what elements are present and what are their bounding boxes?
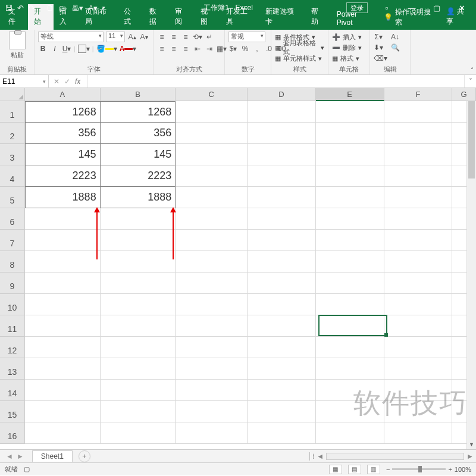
font-color-button[interactable]: A▾	[120, 44, 137, 54]
vertical-scrollbar[interactable]: ▲ ▼	[466, 101, 476, 449]
tab-data[interactable]: 数据	[143, 4, 169, 30]
macro-record-icon[interactable]: ▢	[24, 465, 30, 473]
add-sheet-button[interactable]: +	[79, 450, 90, 462]
cell-A13[interactable]	[25, 358, 101, 380]
cell-B9[interactable]	[101, 273, 176, 294]
zoom-level[interactable]: 100%	[455, 466, 471, 473]
row-header-9[interactable]: 9	[0, 273, 25, 294]
cell-D13[interactable]	[248, 358, 316, 380]
cell-D11[interactable]	[248, 315, 316, 337]
cell-E5[interactable]	[316, 187, 384, 208]
cell-A8[interactable]	[25, 251, 101, 273]
share-button[interactable]: 👤 共享	[440, 4, 476, 30]
cell-B14[interactable]	[101, 380, 176, 401]
expand-fx-icon[interactable]: ˅	[464, 75, 476, 87]
collapse-ribbon-icon[interactable]: ˄	[471, 67, 474, 73]
cell-E3[interactable]	[316, 144, 384, 165]
format-cells-button[interactable]: ▦ 格式▾	[332, 53, 366, 64]
cell-F13[interactable]	[384, 358, 453, 380]
cell-E1[interactable]	[316, 101, 384, 123]
align-top-icon[interactable]: ≡	[157, 32, 167, 42]
print-icon[interactable]: 🖶▾	[71, 4, 83, 12]
row-header-12[interactable]: 12	[0, 337, 25, 358]
row-header-4[interactable]: 4	[0, 165, 25, 187]
column-header-C[interactable]: C	[176, 88, 248, 101]
cell-C13[interactable]	[176, 358, 248, 380]
row-header-1[interactable]: 1	[0, 101, 25, 123]
cell-A4[interactable]: 2223	[25, 165, 101, 187]
bold-button[interactable]: B	[38, 44, 48, 54]
cell-B11[interactable]	[101, 315, 176, 337]
cell-F4[interactable]	[384, 165, 453, 187]
number-format-combo[interactable]: 常规	[228, 32, 265, 42]
cell-A16[interactable]	[25, 422, 101, 444]
cell-A11[interactable]	[25, 315, 101, 337]
cell-F10[interactable]	[384, 294, 453, 315]
cell-F11[interactable]	[384, 315, 453, 337]
cell-F3[interactable]	[384, 144, 453, 165]
find-icon[interactable]: 🔍	[390, 43, 400, 52]
column-header-B[interactable]: B	[101, 88, 176, 101]
tab-view[interactable]: 视图	[195, 4, 220, 30]
italic-button[interactable]: I	[50, 44, 60, 54]
view-normal-icon[interactable]: ▦	[329, 465, 342, 474]
cell-C3[interactable]	[176, 144, 248, 165]
font-picker-icon[interactable]: A▾	[88, 4, 98, 12]
underline-button[interactable]: U▾	[62, 44, 71, 54]
cell-A14[interactable]	[25, 380, 101, 401]
cell-E2[interactable]	[316, 123, 384, 144]
cell-F8[interactable]	[384, 251, 453, 273]
cell-A3[interactable]: 145	[25, 144, 101, 165]
save-icon[interactable]: 🖫	[5, 4, 12, 12]
row-header-11[interactable]: 11	[0, 315, 25, 337]
sheet-tab[interactable]: Sheet1	[32, 450, 73, 462]
column-header-F[interactable]: F	[384, 88, 453, 101]
zoom-in-icon[interactable]: +	[448, 466, 452, 473]
column-header-g[interactable]: G	[452, 88, 476, 101]
cell-C7[interactable]	[176, 230, 248, 251]
cell-B5[interactable]: 1888	[101, 187, 176, 208]
cell-E16[interactable]	[316, 422, 384, 444]
cell-E9[interactable]	[316, 273, 384, 294]
tab-nav-next-icon[interactable]: ►	[17, 452, 24, 461]
cell-C14[interactable]	[176, 380, 248, 401]
cell-A12[interactable]	[25, 337, 101, 358]
cell-C8[interactable]	[176, 251, 248, 273]
tab-review[interactable]: 审阅	[169, 4, 195, 30]
cell-E13[interactable]	[316, 358, 384, 380]
row-header-6[interactable]: 6	[0, 208, 25, 230]
cell-D10[interactable]	[248, 294, 316, 315]
scroll-thumb[interactable]	[468, 101, 475, 178]
currency-icon[interactable]: $▾	[228, 44, 238, 54]
tab-power-pivot[interactable]: Power Pivot	[331, 8, 379, 30]
cell-C2[interactable]	[176, 123, 248, 144]
cell-E10[interactable]	[316, 294, 384, 315]
fx-icon[interactable]: fx	[75, 77, 83, 86]
tab-formula[interactable]: 公式	[118, 4, 143, 30]
redo-icon[interactable]: ↷	[29, 4, 35, 12]
tab-layout[interactable]: 页面布局	[79, 4, 118, 30]
name-box[interactable]: E11	[0, 75, 49, 87]
cell-A7[interactable]	[25, 230, 101, 251]
cell-A6[interactable]	[25, 208, 101, 230]
cell-A5[interactable]: 1888	[25, 187, 101, 208]
tab-newtab[interactable]: 新建选项卡	[259, 4, 305, 30]
cell-F9[interactable]	[384, 273, 453, 294]
border-button[interactable]: ▾	[78, 44, 90, 54]
cell-C6[interactable]	[176, 208, 248, 230]
view-layout-icon[interactable]: ▤	[348, 465, 361, 474]
cell-B8[interactable]	[101, 251, 176, 273]
cell-B4[interactable]: 2223	[101, 165, 176, 187]
row-header-10[interactable]: 10	[0, 294, 25, 315]
align-bottom-icon[interactable]: ≡	[181, 32, 190, 42]
cell-C11[interactable]	[176, 315, 248, 337]
tab-help[interactable]: 帮助	[305, 4, 331, 30]
cell-C1[interactable]	[176, 101, 248, 123]
qat-more-icon[interactable]: ▾	[102, 5, 105, 11]
fill-icon[interactable]: ⬇▾	[374, 43, 383, 52]
cell-F6[interactable]	[384, 208, 453, 230]
cell-E15[interactable]	[316, 401, 384, 422]
row-header-8[interactable]: 8	[0, 251, 25, 273]
indent-inc-icon[interactable]: ⇥	[205, 44, 214, 54]
cell-F1[interactable]	[384, 101, 453, 123]
